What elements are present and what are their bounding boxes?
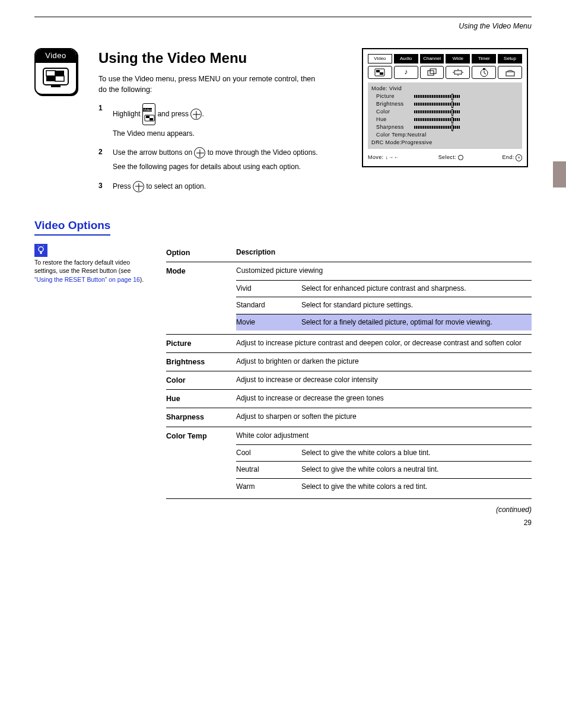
svg-rect-16 (483, 68, 485, 69)
option-desc: White color adjustment (236, 431, 532, 441)
option-sub-row: Cool Select to give the white colors a b… (236, 444, 532, 461)
option-sub-row: Vivid Select for enhanced picture contra… (236, 280, 532, 297)
center-button-icon (194, 147, 205, 158)
option-sub-row-highlighted: Movie Select for a finely detailed pictu… (236, 314, 532, 330)
options-header-row: Option Description (166, 244, 532, 262)
svg-rect-2 (55, 71, 64, 76)
option-label: Sharpness (166, 412, 236, 422)
option-desc: Adjust to increase picture contrast and … (236, 338, 532, 348)
osd-item-label: Picture (371, 93, 414, 100)
step-text: Press (113, 182, 131, 190)
step-text: . (202, 110, 203, 118)
osd-screenshot: Video Audio Channel Wide Timer Setup ♪ (362, 48, 528, 167)
center-button-small-icon (458, 155, 463, 160)
option-label: Picture (166, 338, 236, 349)
slider-bar (414, 126, 460, 129)
tip-text: To restore the factory default video set… (34, 258, 147, 284)
osd-tab-timer: Timer (472, 54, 496, 63)
option-sub-desc: Select for enhanced picture contrast and… (301, 284, 532, 294)
svg-rect-17 (506, 72, 514, 76)
option-sub-row: Warm Select to give the white colors a r… (236, 478, 532, 495)
option-sub-label: Movie (236, 317, 301, 328)
option-desc: Adjust to increase or decrease the green… (236, 393, 532, 403)
option-sub-desc: Select to give the white colors a red ti… (301, 482, 532, 492)
option-row: Sharpness Adjust to sharpen or soften th… (166, 408, 532, 426)
option-desc: Adjust to brighten or darken the picture (236, 357, 532, 367)
step-text: to select an option. (146, 182, 206, 190)
tip-bulb-icon (34, 244, 47, 257)
menu-button-small-icon: ≡ (516, 154, 522, 161)
option-row: Mode Customized picture viewing Vivid Se… (166, 262, 532, 334)
osd-mode-line: Mode: Vivid (371, 85, 519, 93)
step-number: 1 (98, 103, 107, 139)
option-desc: Adjust to increase or decrease color int… (236, 375, 532, 385)
option-sub-label: Vivid (236, 284, 301, 294)
center-button-icon (133, 181, 144, 192)
video-icon (368, 66, 392, 79)
slider-bar (414, 118, 460, 121)
options-table: Option Description Mode Customized pictu… (166, 244, 532, 499)
osd-tab-audio: Audio (394, 54, 418, 63)
running-header: Using the Video Menu (34, 21, 532, 31)
osd-item-label: Color (371, 108, 414, 116)
step-subtext: See the following pages for details abou… (113, 162, 339, 172)
option-sub-desc: Select to give the white colors a blue t… (301, 448, 532, 458)
audio-icon: ♪ (394, 66, 418, 79)
option-desc: Customized picture viewing (236, 266, 532, 276)
wide-icon (446, 66, 470, 79)
option-row: Color Adjust to increase or decrease col… (166, 371, 532, 389)
option-row: Color Temp White color adjustment Cool S… (166, 427, 532, 500)
svg-rect-11 (380, 72, 383, 75)
svg-rect-5 (51, 85, 61, 87)
step-text: Use the arrow buttons on (113, 148, 192, 157)
step-text: and press (157, 110, 189, 118)
options-header-option: Option (166, 247, 236, 258)
section-title: Using the Video Menu (98, 48, 339, 69)
osd-item-label: Brightness (371, 100, 414, 108)
svg-rect-19 (40, 252, 42, 254)
osd-tab-channel: Channel (420, 54, 444, 63)
svg-rect-10 (376, 70, 380, 72)
channel-icon (420, 66, 444, 79)
option-label: Brightness (166, 357, 236, 367)
video-badge-label: Video (36, 49, 76, 63)
osd-tab-setup: Setup (498, 54, 522, 63)
svg-rect-8 (150, 118, 153, 120)
option-label: Mode (166, 266, 236, 276)
center-button-icon (190, 109, 202, 120)
osd-footer-select: Select: (438, 154, 456, 160)
option-row: Hue Adjust to increase or decrease the g… (166, 389, 532, 408)
step-text: Highlight (113, 110, 141, 118)
osd-footer-arrows: ↓→← (385, 154, 399, 160)
svg-rect-4 (55, 76, 64, 81)
svg-rect-1 (46, 71, 55, 76)
continued-indicator: (continued) (34, 505, 532, 515)
slider-bar (414, 110, 460, 113)
option-sub-label: Cool (236, 448, 301, 458)
page-edge-tab (553, 161, 566, 187)
setup-icon (498, 66, 522, 79)
option-label: Hue (166, 393, 236, 404)
page-number: 29 (34, 518, 532, 528)
option-row: Brightness Adjust to brighten or darken … (166, 352, 532, 371)
slider-bar (414, 95, 460, 98)
option-row: Picture Adjust to increase picture contr… (166, 334, 532, 352)
tip-crossref-link[interactable]: “Using the RESET Button” on page 16 (34, 276, 140, 283)
osd-tab-wide: Wide (446, 54, 470, 63)
step-number: 2 (98, 147, 107, 172)
intro-text: To use the Video menu, press MENU on you… (98, 74, 324, 95)
svg-point-18 (39, 247, 43, 252)
option-sub-row: Standard Select for standard picture set… (236, 297, 532, 313)
option-sub-row: Neutral Select to give the white colors … (236, 461, 532, 478)
option-sub-desc: Select for standard picture settings. (301, 300, 532, 310)
osd-drc-line: DRC Mode:Progressive (371, 139, 519, 147)
svg-rect-12 (428, 71, 434, 75)
option-sub-desc: Select for a finely detailed picture, op… (301, 317, 532, 328)
step: 1 Highlight Video and press . The Vi (98, 103, 339, 139)
step-number: 3 (98, 181, 107, 195)
step: 3 Press to select an option. (98, 181, 339, 195)
svg-rect-14 (454, 71, 462, 74)
option-sub-label: Standard (236, 300, 301, 310)
osd-item-label: Hue (371, 116, 414, 123)
step-text: to move through the Video options. (208, 148, 318, 157)
